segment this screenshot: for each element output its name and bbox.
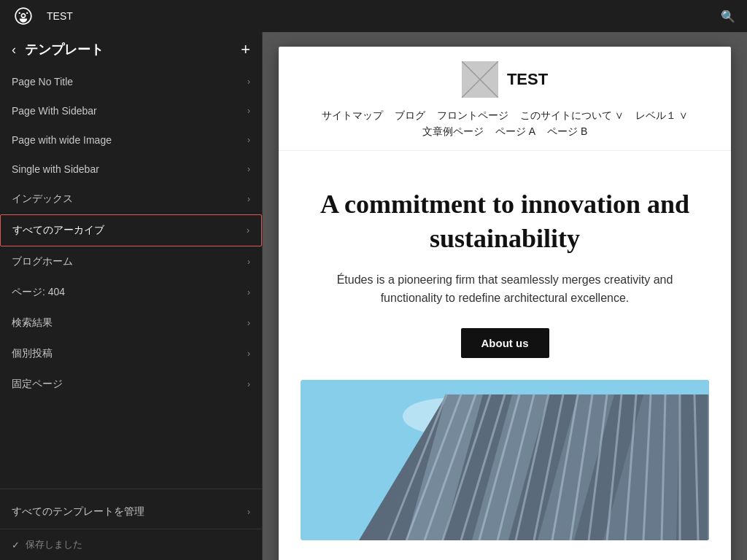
sidebar-item-page-no-title[interactable]: Page No Title › [0, 67, 262, 96]
sidebar-item-page-404[interactable]: ページ: 404 › [0, 277, 262, 308]
sidebar-item-single-post[interactable]: 個別投稿 › [0, 338, 262, 369]
top-bar: TEST 🔍 [0, 0, 747, 32]
site-logo-area: TEST [462, 61, 548, 98]
chevron-right-icon: › [247, 257, 250, 267]
search-button[interactable]: 🔍 [721, 9, 735, 23]
manage-templates-button[interactable]: すべてのテンプレートを管理 › [0, 495, 262, 529]
sidebar-back-button[interactable]: ‹ [12, 42, 16, 58]
saved-checkmark-icon: ✓ [12, 540, 20, 551]
nav-item[interactable]: レベル１ ∨ [635, 109, 688, 122]
chevron-right-icon: › [247, 379, 250, 389]
site-navigation: サイトマップブログフロントページこのサイトについて ∨レベル１ ∨文章例ページペ… [301, 109, 709, 139]
hero-section: A commitment to innovation and sustainab… [279, 151, 731, 380]
chevron-right-icon: › [247, 77, 250, 87]
sidebar-item-label: 固定ページ [12, 378, 63, 391]
chevron-right-icon: › [247, 194, 250, 204]
nav-item[interactable]: ページ A [495, 125, 535, 139]
chevron-right-icon: › [247, 287, 250, 298]
building-image [301, 380, 709, 540]
sidebar-item-label: Single with Sidebar [12, 163, 99, 175]
sidebar-footer: ✓ 保存しました [0, 529, 262, 560]
sidebar-item-label: すべてのアーカイブ [12, 224, 104, 237]
nav-item[interactable]: このサイトについて ∨ [520, 109, 624, 122]
sidebar-item-page-with-wide-image[interactable]: Page with wide Image › [0, 125, 262, 155]
wordpress-logo[interactable] [12, 4, 35, 28]
sidebar-item-static-page[interactable]: 固定ページ › [0, 369, 262, 400]
sidebar-item-label: Page with wide Image [12, 134, 112, 146]
chevron-right-icon: › [247, 225, 249, 236]
nav-item[interactable]: サイトマップ [322, 109, 383, 122]
saved-status-text: 保存しました [26, 538, 82, 551]
preview-area: TEST サイトマップブログフロントページこのサイトについて ∨レベル１ ∨文章… [263, 32, 747, 560]
sidebar: ‹ テンプレート + Page No Title › Page With Sid… [0, 32, 263, 560]
sidebar-item-all-archives[interactable]: すべてのアーカイブ › [0, 214, 262, 246]
about-us-button[interactable]: About us [461, 328, 549, 358]
sidebar-divider [0, 489, 262, 489]
sidebar-items-list: Page No Title › Page With Sidebar › Page… [0, 67, 262, 483]
sidebar-item-single-with-sidebar[interactable]: Single with Sidebar › [0, 155, 262, 184]
chevron-right-icon: › [247, 318, 250, 328]
nav-item[interactable]: ブログ [395, 109, 425, 122]
nav-item[interactable]: 文章例ページ [422, 125, 484, 139]
sidebar-item-label: Page With Sidebar [12, 105, 97, 117]
preview-frame[interactable]: TEST サイトマップブログフロントページこのサイトについて ∨レベル１ ∨文章… [279, 47, 731, 560]
sidebar-header: ‹ テンプレート + [0, 32, 262, 67]
site-title: TEST [47, 10, 73, 22]
hero-heading: A commitment to innovation and sustainab… [308, 187, 702, 256]
sidebar-title: テンプレート [25, 41, 232, 58]
sidebar-item-label: インデックス [12, 192, 73, 206]
chevron-right-icon: › [247, 349, 250, 359]
site-logo-placeholder [462, 61, 498, 98]
sidebar-item-blog-home[interactable]: ブログホーム › [0, 246, 262, 277]
sidebar-item-label: ページ: 404 [12, 286, 65, 299]
sidebar-item-label: 個別投稿 [12, 347, 53, 360]
site-header: TEST サイトマップブログフロントページこのサイトについて ∨レベル１ ∨文章… [279, 47, 731, 151]
sidebar-item-search-results[interactable]: 検索結果 › [0, 308, 262, 338]
nav-item[interactable]: フロントページ [437, 109, 508, 122]
nav-item[interactable]: ページ B [547, 125, 587, 139]
hero-description: Études is a pioneering firm that seamles… [330, 271, 680, 308]
chevron-right-icon: › [247, 106, 250, 116]
main-layout: ‹ テンプレート + Page No Title › Page With Sid… [0, 32, 747, 560]
chevron-right-icon: › [247, 164, 250, 174]
manage-chevron-icon: › [247, 507, 250, 517]
sidebar-item-label: ブログホーム [12, 255, 73, 268]
sidebar-item-label: Page No Title [12, 76, 73, 88]
chevron-right-icon: › [247, 135, 250, 145]
sidebar-item-page-with-sidebar[interactable]: Page With Sidebar › [0, 96, 262, 125]
site-name: TEST [507, 70, 548, 89]
sidebar-item-label: 検索結果 [12, 316, 53, 330]
sidebar-item-index[interactable]: インデックス › [0, 184, 262, 214]
sidebar-add-button[interactable]: + [241, 42, 250, 58]
